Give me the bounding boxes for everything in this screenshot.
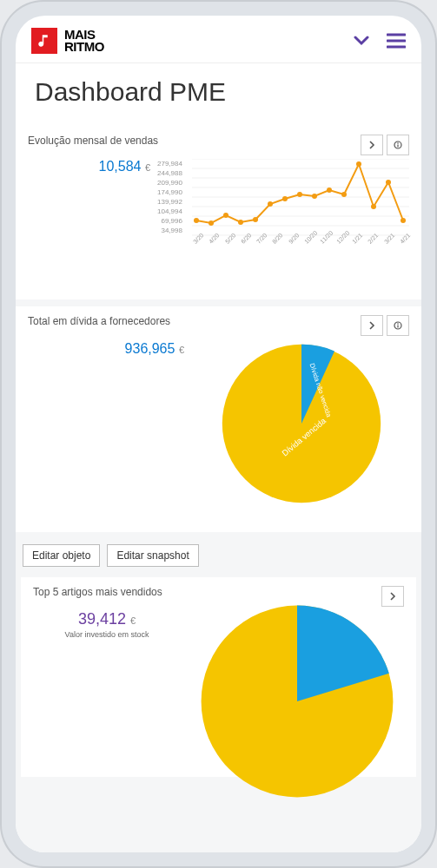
page-title: Dashboard PME <box>16 63 421 126</box>
content-area: Dashboard PME Evolução mensal de vendas … <box>16 63 421 852</box>
pie-chart-stock <box>189 610 404 801</box>
card1-info-button[interactable] <box>387 135 409 155</box>
phone-frame: MAIS RITMO Dashboard PME Evolução mensal… <box>0 0 437 868</box>
card2-info-button[interactable] <box>387 315 409 336</box>
svg-rect-29 <box>397 326 398 328</box>
brand-line2: RITMO <box>64 41 104 53</box>
phone-screen: MAIS RITMO Dashboard PME Evolução mensal… <box>16 16 421 852</box>
edit-toolbar: Editar objeto Editar snapshot <box>16 539 421 572</box>
line-chart: 279,984244,988209,990174,990139,992104,9… <box>157 159 409 247</box>
svg-point-17 <box>268 201 273 207</box>
edit-object-button[interactable]: Editar objeto <box>23 544 100 567</box>
header-actions <box>354 33 406 49</box>
svg-point-12 <box>194 218 199 223</box>
svg-rect-2 <box>397 145 398 148</box>
app-header: MAIS RITMO <box>16 16 421 63</box>
svg-point-18 <box>282 196 288 201</box>
svg-point-25 <box>386 180 391 185</box>
svg-point-23 <box>356 161 361 167</box>
svg-point-21 <box>327 187 332 193</box>
svg-point-20 <box>312 194 317 199</box>
svg-point-16 <box>253 217 258 222</box>
card2-value: 936,965 € <box>125 341 184 356</box>
hamburger-menu-icon[interactable] <box>387 33 406 49</box>
svg-point-26 <box>401 218 406 223</box>
card-top-articles: Top 5 artigos mais vendidos 39,412 € Val… <box>21 577 416 777</box>
brand-logo: MAIS RITMO <box>31 28 104 54</box>
card3-title: Top 5 artigos mais vendidos <box>33 586 162 598</box>
card2-title: Total em dívida a fornecedores <box>28 315 170 327</box>
svg-point-13 <box>209 220 214 226</box>
svg-point-15 <box>238 220 243 225</box>
svg-point-22 <box>341 192 347 197</box>
card3-value: 39,412 € <box>78 610 136 628</box>
svg-point-28 <box>397 323 399 325</box>
x-axis-labels: 3/204/205/206/207/208/209/2010/2011/2012… <box>157 240 409 247</box>
card2-expand-button[interactable] <box>361 315 383 336</box>
logo-mark <box>31 28 57 54</box>
svg-point-1 <box>397 142 399 144</box>
svg-point-14 <box>223 213 228 218</box>
card-suppliers-debt: Total em dívida a fornecedores 936,965 € <box>16 306 421 532</box>
brand-text: MAIS RITMO <box>64 29 104 54</box>
edit-snapshot-button[interactable]: Editar snapshot <box>107 544 198 567</box>
card1-expand-button[interactable] <box>361 135 383 155</box>
card1-value: 10,584 € <box>98 159 150 174</box>
card1-title: Evolução mensal de vendas <box>28 135 158 147</box>
y-axis-labels: 279,984244,988209,990174,990139,992104,9… <box>157 159 182 235</box>
card3-sublabel: Valor investido em stock <box>33 630 181 639</box>
dropdown-toggle[interactable] <box>354 36 369 46</box>
card-sales-evolution: Evolução mensal de vendas 10,584 € 279 <box>16 126 421 299</box>
svg-point-19 <box>297 192 302 197</box>
svg-point-24 <box>371 204 376 209</box>
pie-chart-debt: Dívida vencida Dívida não vencida <box>193 341 409 506</box>
